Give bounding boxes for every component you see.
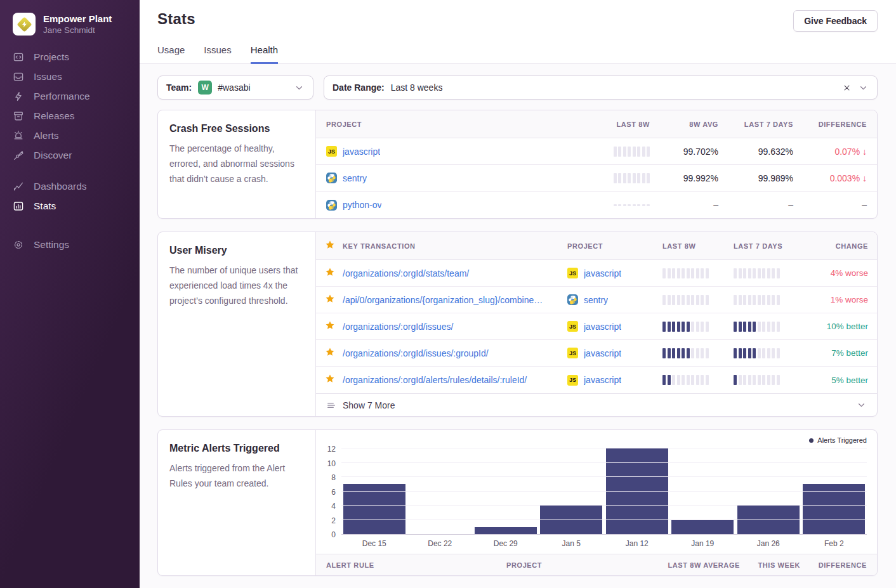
spark-bar — [696, 322, 699, 332]
chevron-down-icon — [294, 82, 305, 93]
difference-value: 0.003% — [830, 173, 862, 183]
tab-issues[interactable]: Issues — [204, 44, 231, 64]
spark-bar — [706, 295, 709, 305]
project-link[interactable]: javascript — [343, 147, 380, 157]
gridline — [341, 505, 867, 506]
key-transaction-star[interactable] — [325, 374, 343, 386]
spark-cell — [555, 204, 650, 206]
clear-date-icon[interactable] — [842, 83, 852, 93]
spark-bar — [628, 173, 631, 183]
x-tick-label: Dec 15 — [341, 539, 407, 548]
bar[interactable] — [803, 484, 865, 534]
spark-bar — [687, 295, 690, 305]
spark-bar — [668, 348, 671, 358]
bar[interactable] — [475, 527, 537, 534]
project-link[interactable]: sentry — [584, 295, 608, 305]
sidebar-item-stats[interactable]: Stats — [0, 196, 140, 216]
list-icon — [326, 400, 336, 410]
spark-bar — [701, 348, 704, 358]
spark-bar — [706, 322, 709, 332]
tab-health[interactable]: Health — [251, 44, 278, 64]
spark-bar — [662, 348, 666, 358]
spark-bar — [696, 268, 699, 278]
bar[interactable] — [737, 506, 800, 534]
spark-7d-cell — [734, 375, 805, 385]
date-range-value: Last 8 weeks — [391, 82, 443, 93]
bar[interactable] — [671, 520, 734, 535]
project-link[interactable]: javascript — [584, 375, 621, 385]
transaction-cell: /organizations/:orgId/issues/:groupId/ — [343, 348, 567, 359]
sidebar-item-performance[interactable]: Performance — [0, 86, 140, 106]
key-transaction-star[interactable] — [325, 320, 343, 333]
sidebar-item-issues[interactable]: Issues — [0, 67, 140, 86]
table-row: /organizations/:orgId/issues/JSjavascrip… — [316, 313, 877, 340]
spark-bar — [701, 375, 704, 385]
transaction-link[interactable]: /organizations/:orgId/alerts/rules/detai… — [343, 375, 527, 385]
spark-8w-cell — [662, 295, 734, 305]
x-tick-label: Jan 12 — [604, 539, 670, 548]
gridline — [341, 519, 867, 520]
spark-bar — [696, 348, 699, 358]
content: Team: W #wasabi Date Range: Last 8 weeks — [140, 64, 896, 588]
date-range-selector[interactable]: Date Range: Last 8 weeks — [324, 75, 878, 100]
crash-col-last-7-days: Last 7 Days — [718, 121, 793, 128]
key-transaction-star[interactable] — [325, 267, 343, 280]
sidebar-item-projects[interactable]: Projects — [0, 47, 140, 67]
project-link[interactable]: javascript — [584, 268, 621, 278]
tab-usage[interactable]: Usage — [157, 44, 185, 64]
sidebar-item-alerts[interactable]: Alerts — [0, 126, 140, 145]
sparkline — [555, 147, 650, 157]
sidebar-item-dashboards[interactable]: Dashboards — [0, 176, 140, 196]
metric-alerts-chart-area: Alerts Triggered 024681012 Dec 15Dec 22D… — [316, 430, 877, 575]
project-link[interactable]: sentry — [343, 173, 367, 183]
sidebar-item-releases[interactable]: Releases — [0, 106, 140, 126]
legend-label: Alerts Triggered — [817, 436, 867, 444]
spark-bar — [662, 322, 666, 332]
chevron-down-icon[interactable] — [856, 400, 867, 410]
key-transaction-star[interactable] — [325, 294, 343, 306]
app-root: Empower Plant Jane Schmidt ProjectsIssue… — [0, 0, 896, 588]
give-feedback-button[interactable]: Give Feedback — [793, 10, 878, 32]
bar[interactable] — [540, 506, 602, 534]
transaction-link[interactable]: /organizations/:orgId/issues/:groupId/ — [343, 348, 489, 358]
y-tick-label: 4 — [331, 502, 336, 510]
team-selector[interactable]: Team: W #wasabi — [157, 75, 313, 100]
bar[interactable] — [343, 484, 405, 534]
change-value: 4% worse — [805, 268, 868, 278]
org-switcher[interactable]: Empower Plant Jane Schmidt — [0, 9, 140, 47]
page-header: Stats Give Feedback UsageIssuesHealth — [140, 0, 896, 64]
spark-bar — [672, 348, 675, 358]
spark-bar — [682, 322, 685, 332]
spark-bar — [687, 348, 690, 358]
spark-bar — [739, 322, 742, 332]
org-user-name: Jane Schmidt — [43, 25, 112, 35]
sidebar-item-settings[interactable]: Settings — [0, 235, 140, 254]
sidebar-item-discover[interactable]: Discover — [0, 145, 140, 165]
transaction-link[interactable]: /organizations/:orgId/issues/ — [343, 322, 453, 332]
transaction-link[interactable]: /organizations/:orgId/stats/team/ — [343, 268, 469, 278]
spark-bar — [691, 348, 694, 358]
transaction-link[interactable]: /api/0/organizations/{organization_slug}… — [343, 295, 543, 305]
spark-bar — [662, 295, 666, 305]
key-transaction-star[interactable] — [325, 347, 343, 360]
python-platform-icon — [326, 200, 337, 211]
project-link[interactable]: javascript — [584, 322, 621, 332]
misery-table-header: Key TransactionProjectLast 8WLast 7 Days… — [316, 232, 877, 260]
difference-cell: 0.003% ↓ — [793, 173, 867, 184]
nav-primary: ProjectsIssuesPerformanceReleasesAlertsD… — [0, 47, 140, 165]
spark-bar — [753, 268, 756, 278]
spark-bar — [668, 295, 671, 305]
misery-col-last-8w: Last 8W — [662, 242, 734, 250]
spark-bar — [672, 322, 675, 332]
change-value: 5% better — [805, 376, 868, 385]
project-link[interactable]: javascript — [584, 348, 621, 358]
y-tick-label: 2 — [331, 517, 336, 525]
sparkline — [555, 204, 650, 206]
show-more-row[interactable]: Show 7 More — [316, 393, 877, 416]
project-link[interactable]: python-ov — [343, 200, 381, 210]
bar[interactable] — [606, 448, 668, 534]
metric-alerts-title: Metric Alerts Triggered — [169, 443, 304, 454]
javascript-platform-icon: JS — [567, 268, 578, 278]
sidebar-item-label: Releases — [34, 110, 75, 122]
user-misery-description: The number of unique users that experien… — [169, 263, 304, 308]
